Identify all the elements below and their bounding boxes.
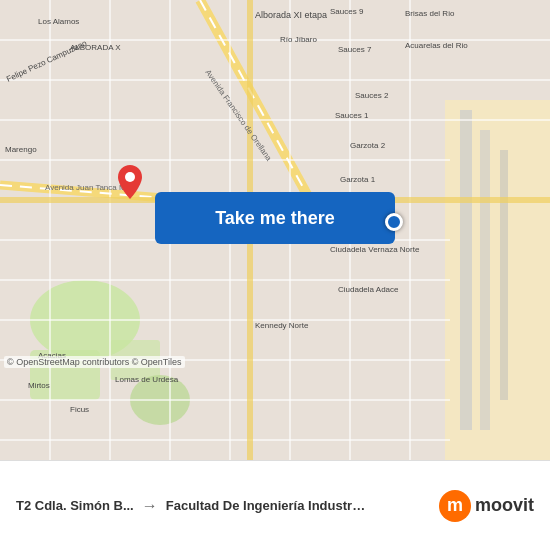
route-arrow: → xyxy=(142,497,158,515)
bottom-bar: T2 Cdla. Simón B... → Facultad De Ingeni… xyxy=(0,460,550,550)
svg-text:Sauces 7: Sauces 7 xyxy=(338,45,372,54)
svg-text:Sauces 1: Sauces 1 xyxy=(335,111,369,120)
map-container: Alborada XI etapa Sauces 9 Brisas del Ri… xyxy=(0,0,550,460)
svg-text:Kennedy Norte: Kennedy Norte xyxy=(255,321,309,330)
svg-text:Ciudadela Vernaza Norte: Ciudadela Vernaza Norte xyxy=(330,245,420,254)
svg-rect-8 xyxy=(500,150,508,400)
svg-rect-6 xyxy=(460,110,472,430)
svg-text:Ciudadela Adace: Ciudadela Adace xyxy=(338,285,399,294)
svg-text:Acuarelas del Rio: Acuarelas del Rio xyxy=(405,41,468,50)
svg-rect-7 xyxy=(480,130,490,430)
route-from: T2 Cdla. Simón B... xyxy=(16,498,134,513)
svg-text:Garzota 2: Garzota 2 xyxy=(350,141,386,150)
svg-text:Brisas del Rio: Brisas del Rio xyxy=(405,9,455,18)
route-info: T2 Cdla. Simón B... → Facultad De Ingeni… xyxy=(16,497,439,515)
svg-text:Río Jíbaro: Río Jíbaro xyxy=(280,35,317,44)
moovit-icon: m xyxy=(439,490,471,522)
svg-text:Lomas de Urdesa: Lomas de Urdesa xyxy=(115,375,179,384)
svg-text:Sauces 9: Sauces 9 xyxy=(330,7,364,16)
origin-pin xyxy=(118,165,142,195)
svg-text:Marengo: Marengo xyxy=(5,145,37,154)
destination-dot xyxy=(385,213,403,231)
svg-text:Garzota 1: Garzota 1 xyxy=(340,175,376,184)
take-me-there-button[interactable]: Take me there xyxy=(155,192,395,244)
svg-point-56 xyxy=(125,172,135,182)
svg-text:Mirtos: Mirtos xyxy=(28,381,50,390)
svg-text:Sauces 2: Sauces 2 xyxy=(355,91,389,100)
svg-text:Los Alamos: Los Alamos xyxy=(38,17,79,26)
route-to: Facultad De Ingeniería Industri... xyxy=(166,498,366,513)
svg-text:Alborada XI etapa: Alborada XI etapa xyxy=(255,10,327,20)
moovit-wordmark: moovit xyxy=(475,495,534,516)
svg-text:Ficus: Ficus xyxy=(70,405,89,414)
osm-attribution: © OpenStreetMap contributors © OpenTiles xyxy=(4,356,185,368)
moovit-logo: m moovit xyxy=(439,490,534,522)
